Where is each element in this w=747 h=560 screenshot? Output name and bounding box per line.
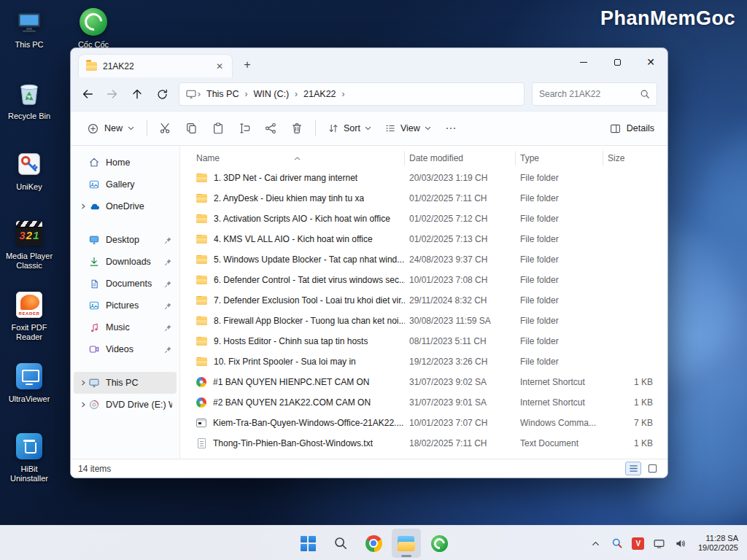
breadcrumb-this-pc[interactable]: This PC xyxy=(201,89,244,99)
file-row[interactable]: 7. Defender Exclusion Tool - Loai tru kh… xyxy=(195,290,667,311)
sidebar-item-documents[interactable]: Documents xyxy=(74,273,177,295)
delete-button[interactable] xyxy=(284,117,310,140)
sidebar-item-home[interactable]: Home xyxy=(74,152,177,174)
desktop-icon-unikey[interactable]: UniKey xyxy=(1,148,57,192)
sidebar-item-downloads[interactable]: Downloads xyxy=(74,251,177,273)
sidebar-item-pictures[interactable]: Pictures xyxy=(74,295,177,316)
column-header-size[interactable]: Size xyxy=(603,151,666,166)
text-document-icon xyxy=(198,438,206,448)
desktop-icon-recycle-bin[interactable]: Recycle Bin xyxy=(1,77,57,121)
cut-button[interactable] xyxy=(152,117,179,140)
gallery-icon xyxy=(88,179,101,190)
search-icon[interactable] xyxy=(640,89,650,99)
folder-icon xyxy=(196,214,207,223)
new-button[interactable]: New xyxy=(80,117,142,140)
column-header-date-modified[interactable]: Date modified xyxy=(405,151,516,166)
view-toggles xyxy=(625,462,660,475)
copy-button[interactable] xyxy=(179,117,205,140)
file-explorer-icon xyxy=(398,536,416,551)
desktop-icon-ultraviewer[interactable]: UltraViewer xyxy=(1,360,57,404)
desktop-icon-hibit-uninstaller[interactable]: HiBit Uninstaller xyxy=(1,430,57,483)
file-row[interactable]: #2 BAN QUYEN 21AK22.COM CAM ON 31/07/202… xyxy=(195,392,667,413)
minimize-button[interactable] xyxy=(567,48,600,76)
forward-button[interactable] xyxy=(100,82,125,106)
rename-button[interactable] xyxy=(231,117,258,140)
pin-icon xyxy=(164,280,172,288)
clock-time: 11:28 SA xyxy=(698,534,738,544)
tray-expand-button[interactable] xyxy=(587,532,605,555)
unikey-icon xyxy=(15,148,43,180)
sort-button[interactable]: Sort xyxy=(321,117,378,140)
expand-chevron-icon[interactable] xyxy=(78,380,88,386)
breadcrumb-21ak22[interactable]: 21AK22 xyxy=(298,89,341,99)
file-row[interactable]: 10. Fix Print Spooler - Sua loi may in 1… xyxy=(195,351,667,372)
file-row[interactable]: 3. Activation Scripts AIO - Kich hoat wi… xyxy=(195,209,667,229)
column-header-name[interactable]: Name xyxy=(195,151,405,166)
maximize-button[interactable] xyxy=(600,48,634,76)
taskbar-browser-button[interactable] xyxy=(359,529,388,558)
watermark-text: PhanMemGoc xyxy=(600,7,735,30)
details-pane-button[interactable]: Details xyxy=(605,122,659,135)
new-tab-button[interactable]: + xyxy=(237,55,258,75)
sidebar-item-gallery[interactable]: Gallery xyxy=(74,174,177,195)
file-row[interactable]: 4. KMS VL ALL AIO - Kich hoat win office… xyxy=(195,229,667,249)
internet-shortcut-icon xyxy=(196,377,206,387)
file-row[interactable]: 8. Firewall App Blocker - Tuong lua chan… xyxy=(195,311,667,331)
explorer-tab-21ak22[interactable]: 21AK22 ✕ xyxy=(78,54,233,77)
desktop-icon-label: Foxit PDF Reader xyxy=(1,323,57,342)
ultraviewer-icon xyxy=(16,360,42,392)
tray-display-icon[interactable] xyxy=(650,532,669,555)
tray-v-app-icon[interactable]: V xyxy=(629,532,648,555)
taskbar-file-explorer-button[interactable] xyxy=(392,529,421,558)
sidebar-item-music[interactable]: Music xyxy=(74,316,177,338)
file-row[interactable]: 1. 3DP Net - Cai driver mang internet 20… xyxy=(195,168,667,188)
details-view-button[interactable] xyxy=(625,462,641,475)
back-button[interactable] xyxy=(75,82,100,106)
file-row[interactable]: 6. Defender Control - Tat diet virus win… xyxy=(195,270,667,290)
up-button[interactable] xyxy=(125,82,150,106)
start-button[interactable] xyxy=(293,529,322,558)
ellipsis-icon: ⋯ xyxy=(445,122,456,135)
view-button-label: View xyxy=(400,123,420,133)
breadcrumb-win-c[interactable]: WIN (C:) xyxy=(248,89,294,99)
sidebar-item-this-pc[interactable]: This PC xyxy=(74,372,177,394)
file-row[interactable]: #1 BAN QUYEN HIENPC.NET CAM ON 31/07/202… xyxy=(195,372,667,392)
taskbar-coccoc-button[interactable] xyxy=(425,529,454,558)
folder-icon xyxy=(86,62,97,71)
refresh-button[interactable] xyxy=(150,82,174,106)
home-icon xyxy=(88,157,101,168)
expand-chevron-icon[interactable] xyxy=(78,402,88,408)
file-row[interactable]: Kiem-Tra-Ban-Quyen-Windows-Office-21AK22… xyxy=(195,413,667,433)
search-input[interactable] xyxy=(539,89,640,99)
chevron-up-icon xyxy=(591,539,600,548)
tray-volume-icon[interactable] xyxy=(671,532,690,555)
column-header-type[interactable]: Type xyxy=(516,151,603,166)
desktop-icon-coccoc[interactable]: Cốc Cốc xyxy=(66,6,121,50)
sidebar-item-desktop[interactable]: Desktop xyxy=(74,229,177,251)
sidebar-item-dvd-drive[interactable]: DVD Drive (E:) W xyxy=(74,394,177,416)
tab-close-icon[interactable]: ✕ xyxy=(213,60,226,73)
recycle-bin-icon xyxy=(15,77,44,109)
command-bar: New Sort View xyxy=(71,111,667,146)
taskbar-search-button[interactable] xyxy=(326,529,355,558)
sidebar-item-onedrive[interactable]: OneDrive xyxy=(74,195,177,217)
file-row[interactable]: Thong-Tin-Phien-Ban-Ghost-Windows.txt 18… xyxy=(195,433,667,454)
large-icons-view-button[interactable] xyxy=(644,462,660,475)
view-button[interactable]: View xyxy=(378,117,438,140)
expand-chevron-icon[interactable] xyxy=(78,203,88,209)
taskbar-clock[interactable]: 11:28 SA 19/02/2025 xyxy=(692,534,741,553)
sidebar-item-videos[interactable]: Videos xyxy=(74,338,177,360)
file-row[interactable]: 9. Hosts Editor - Chinh sua tap tin host… xyxy=(195,331,667,351)
share-button[interactable] xyxy=(258,117,284,140)
address-bar[interactable]: › This PC › WIN (C:) › 21AK22 › xyxy=(179,82,525,106)
desktop-icon-this-pc[interactable]: This PC xyxy=(1,6,57,50)
more-options-button[interactable]: ⋯ xyxy=(438,117,464,140)
tray-magnifier-icon[interactable] xyxy=(608,532,627,555)
search-box[interactable] xyxy=(532,82,657,106)
desktop-icon-media-player-classic[interactable]: 321 Media Player Classic xyxy=(1,217,57,271)
file-row[interactable]: 2. AnyDesk - Dieu khien may tinh tu xa 0… xyxy=(195,188,667,209)
paste-button[interactable] xyxy=(205,117,231,140)
close-button[interactable]: ✕ xyxy=(634,48,667,76)
file-row[interactable]: 5. Windows Update Blocker - Tat cap nhat… xyxy=(195,249,667,270)
desktop-icon-foxit-reader[interactable]: READER Foxit PDF Reader xyxy=(1,289,57,342)
